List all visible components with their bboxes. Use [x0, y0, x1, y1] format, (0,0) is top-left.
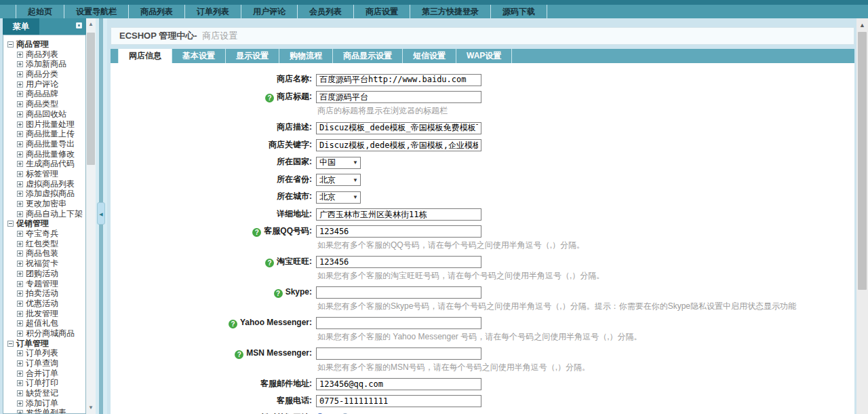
topnav-item-0[interactable]: 起始页: [16, 5, 64, 18]
page-scrollbar[interactable]: ▲: [856, 18, 868, 414]
scroll-down-icon[interactable]: ▼: [86, 403, 96, 413]
tree-item[interactable]: 图片批量处理: [17, 119, 85, 130]
field-control: 如果您有多个客服的MSN号码，请在每个号码之间使用半角逗号（,）分隔。: [316, 347, 590, 373]
field-wangwang[interactable]: [316, 256, 481, 268]
tree-section-2[interactable]: 订单管理: [7, 339, 85, 349]
tree-item[interactable]: 生成商品代码: [17, 159, 85, 169]
field-shop-title[interactable]: [316, 91, 481, 103]
topnav-item-1[interactable]: 设置导航栏: [64, 5, 129, 18]
field-shop-keywords[interactable]: [316, 139, 481, 151]
tree-item[interactable]: 发货单列表: [17, 408, 85, 414]
tab-spacer: [111, 49, 119, 63]
field-country[interactable]: 中国▼: [316, 157, 361, 169]
sidebar-scrollbar[interactable]: ▲ ▼: [86, 18, 96, 414]
tree-item[interactable]: 添加新商品: [17, 59, 85, 69]
tree-item[interactable]: 商品列表: [17, 50, 85, 60]
field-service-email[interactable]: [316, 378, 481, 390]
form-row-city: 所在城市: 北京▼: [111, 190, 854, 204]
tree-section-0[interactable]: 商品管理: [7, 39, 85, 50]
tree-item[interactable]: 积分商城商品: [17, 328, 85, 339]
tree-item[interactable]: 商品批量导出: [17, 139, 85, 149]
form-row-service-phone: 客服电话:: [111, 394, 854, 407]
tree-item[interactable]: 订单打印: [17, 378, 85, 388]
expand-plus-icon: [17, 301, 23, 307]
field-qq[interactable]: [316, 225, 481, 238]
field-province[interactable]: 北京▼: [316, 174, 361, 186]
tab-1[interactable]: 基本设置: [172, 49, 226, 63]
field-yahoo[interactable]: [316, 317, 481, 329]
panel-splitter[interactable]: ◀: [96, 18, 107, 414]
scroll-up-icon[interactable]: ▲: [856, 20, 868, 30]
field-skype[interactable]: [316, 286, 481, 299]
tree-item[interactable]: 标签管理: [17, 169, 85, 179]
tree-item[interactable]: 订单查询: [17, 358, 85, 369]
help-icon[interactable]: ?: [274, 289, 283, 298]
field-shop-desc[interactable]: [316, 122, 481, 134]
topnav-item-6[interactable]: 商店设置: [354, 5, 410, 18]
field-msn[interactable]: [316, 347, 481, 360]
page-scrollbar-thumb[interactable]: [858, 32, 867, 290]
sidebar-collapse-icon[interactable]: [76, 22, 82, 29]
collapse-minus-icon[interactable]: [7, 221, 14, 227]
tab-6[interactable]: WAP设置: [456, 49, 512, 63]
topnav-item-8[interactable]: 源码下载: [491, 5, 547, 18]
tab-5[interactable]: 短信设置: [403, 49, 456, 63]
tree-item[interactable]: 用户评论: [17, 79, 85, 90]
tree-item[interactable]: 红包类型: [17, 239, 85, 249]
tree-item[interactable]: 拍卖活动: [17, 288, 85, 299]
tree-item[interactable]: 商品品牌: [17, 89, 85, 99]
tree-item[interactable]: 商品分类: [17, 69, 85, 79]
tree-item[interactable]: 商品批量上传: [17, 129, 85, 139]
tree-item[interactable]: 夺宝奇兵: [17, 229, 85, 239]
field-city[interactable]: 北京▼: [316, 191, 361, 204]
sidebar-menu-tab[interactable]: 菜单: [3, 18, 39, 35]
expand-plus-icon: [17, 350, 23, 356]
topnav-item-2[interactable]: 商品列表: [129, 5, 185, 18]
expand-plus-icon: [17, 161, 23, 167]
tree-item[interactable]: 缺货登记: [17, 388, 85, 398]
tree-item[interactable]: 超值礼包: [17, 318, 85, 328]
tree-item[interactable]: 更改加密串: [17, 199, 85, 209]
scroll-up-icon[interactable]: ▲: [86, 20, 96, 29]
collapse-minus-icon[interactable]: [7, 341, 14, 347]
field-shop-name[interactable]: [316, 74, 481, 86]
expand-plus-icon: [17, 271, 23, 277]
help-icon[interactable]: ?: [265, 259, 274, 267]
tree-item[interactable]: 商品类型: [17, 99, 85, 109]
field-control: 如果您有多个客服的QQ号码，请在每个号码之间使用半角逗号（,）分隔。: [316, 225, 585, 251]
help-icon[interactable]: ?: [235, 350, 243, 359]
tree-section-1[interactable]: 促销管理: [7, 219, 85, 229]
topnav-item-4[interactable]: 用户评论: [241, 5, 298, 18]
tab-2[interactable]: 显示设置: [226, 49, 279, 63]
help-icon[interactable]: ?: [265, 94, 274, 102]
tree-item[interactable]: 添加订单: [17, 398, 85, 409]
tree-item[interactable]: 商品批量修改: [17, 149, 85, 159]
tree-item[interactable]: 商品包装: [17, 248, 85, 259]
help-icon[interactable]: ?: [252, 228, 261, 237]
tab-0[interactable]: 网店信息: [119, 49, 172, 63]
topnav-item-7[interactable]: 第三方快捷登录: [410, 5, 491, 18]
tree-item[interactable]: 商品自动上下架: [17, 209, 85, 219]
field-address[interactable]: [316, 208, 481, 221]
tree-item[interactable]: 添加虚拟商品: [17, 189, 85, 199]
tree-item[interactable]: 团购活动: [17, 269, 85, 279]
topnav-item-3[interactable]: 订单列表: [185, 5, 241, 18]
tree-item[interactable]: 祝福贺卡: [17, 259, 85, 269]
form-row-site-closed: 暂时关闭网站: 否是: [111, 411, 854, 414]
sidebar-scrollbar-thumb[interactable]: [87, 33, 95, 165]
splitter-collapse-handle[interactable]: ◀: [97, 202, 105, 225]
topnav-item-5[interactable]: 会员列表: [298, 5, 354, 18]
expand-plus-icon: [17, 371, 23, 377]
tree-item[interactable]: 订单列表: [17, 348, 85, 358]
field-service-phone[interactable]: [316, 395, 481, 407]
tree-item[interactable]: 优惠活动: [17, 299, 85, 309]
tab-3[interactable]: 购物流程: [279, 49, 333, 63]
tab-4[interactable]: 商品显示设置: [333, 49, 403, 63]
tree-item[interactable]: 专题管理: [17, 279, 85, 289]
tree-item[interactable]: 虚拟商品列表: [17, 179, 85, 189]
collapse-minus-icon[interactable]: [7, 41, 14, 48]
help-icon[interactable]: ?: [229, 320, 237, 328]
tree-item[interactable]: 批发管理: [17, 309, 85, 319]
tree-item[interactable]: 商品回收站: [17, 109, 85, 119]
tree-item[interactable]: 合并订单: [17, 369, 85, 379]
